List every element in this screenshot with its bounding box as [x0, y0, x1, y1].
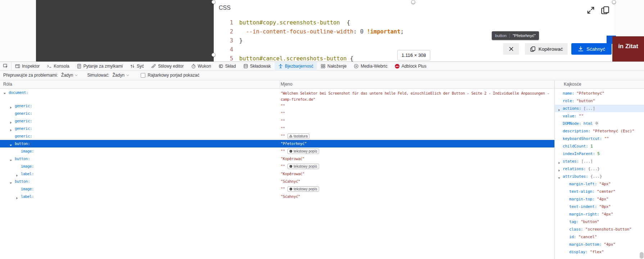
tree-row-document[interactable]: document:"Welchen Selektor bei Screensho…	[0, 89, 554, 102]
info-icon	[289, 187, 292, 191]
node-picker-button[interactable]	[0, 62, 12, 70]
property-row-indexInParent[interactable]: indexInParent: 5	[555, 150, 644, 158]
property-name: text-align:	[569, 189, 595, 194]
tab-memory[interactable]: Skład	[215, 62, 240, 70]
tab-style-editor[interactable]: Stilowy editor	[148, 62, 187, 70]
screenshot-cancel-button[interactable]	[503, 43, 519, 55]
tree-row-generic[interactable]: generic:""tastatura	[0, 132, 554, 140]
attribute-row-text-indent[interactable]: text-indent: "0px"	[555, 203, 644, 210]
simulate-label: Simulować:	[87, 73, 109, 78]
tab-order-checkbox[interactable]	[141, 73, 145, 78]
twisty-collapsed-icon[interactable]	[15, 195, 19, 199]
selection-handle-middle-left[interactable]	[212, 53, 216, 57]
tree-row-generic[interactable]: generic:""	[0, 110, 554, 117]
tab-debugger[interactable]: Pytanje za zmylkami	[73, 62, 126, 70]
chevron-down-icon	[126, 73, 130, 77]
attribute-row-margin-bottom[interactable]: margin-bottom: "4px"	[555, 241, 644, 248]
tab-storage[interactable]: Składowak	[240, 62, 275, 70]
debugger-icon	[77, 64, 82, 69]
property-row-description[interactable]: description: "Přetorhnyć (Esc)"	[555, 127, 644, 135]
simulate-select[interactable]: Žadyn	[111, 72, 131, 78]
property-row-actions[interactable]: actions: [...]	[555, 105, 644, 112]
property-name: role:	[563, 99, 574, 103]
node-settings-icon[interactable]	[595, 121, 599, 125]
tab-application[interactable]: Nałoženje	[317, 62, 350, 70]
tab-inspector[interactable]: Inspektor	[12, 62, 43, 70]
twisty-expanded-icon[interactable]	[557, 175, 561, 178]
property-row-name[interactable]: name: "Přetorhnyć"	[555, 90, 644, 97]
twisty-collapsed-icon[interactable]	[557, 107, 561, 110]
twisty-expanded-icon[interactable]	[9, 157, 13, 161]
attribute-row-id[interactable]: id: "cancel"	[555, 233, 644, 241]
property-row-childCount[interactable]: childCount: 1	[555, 142, 644, 150]
tree-row-name: ""tekstowy popis	[281, 163, 319, 170]
tree-row-name: "Kopěrować"	[281, 170, 304, 178]
twisty-collapsed-icon[interactable]	[9, 119, 13, 123]
tree-row-button[interactable]: button:"Přetorhnyć"	[0, 140, 554, 147]
tab-media[interactable]: Media-Webrtc	[350, 62, 391, 70]
twisty-collapsed-icon[interactable]	[557, 167, 561, 171]
screenshot-download-button[interactable]: Sćahnyć	[571, 43, 612, 55]
tree-row-button[interactable]: button:"Kopěrować"	[0, 155, 554, 163]
twisty-collapsed-icon[interactable]	[15, 172, 19, 176]
copy-code-icon[interactable]	[601, 6, 609, 15]
scrollbar-thumb[interactable]	[640, 252, 644, 259]
tree-row-button[interactable]: button:"Sćahnyć"	[0, 178, 554, 185]
tab-label: Pytanje za zmylkami	[83, 64, 123, 69]
tree-row-generic[interactable]: generic:""	[0, 102, 554, 110]
twisty-collapsed-icon[interactable]	[9, 104, 13, 108]
page-quote-button[interactable]: in Zitat	[612, 36, 644, 62]
attribute-row-text-align[interactable]: text-align: "center"	[555, 188, 644, 195]
property-row-role[interactable]: role: "button"	[555, 97, 644, 105]
tab-console[interactable]: Konsola	[43, 62, 73, 70]
attribute-row-margin-left[interactable]: margin-left: "4px"	[555, 180, 644, 188]
property-name: margin-left:	[569, 182, 597, 186]
tree-row-image[interactable]: image:""tekstowy popis	[0, 147, 554, 155]
property-row-value[interactable]: value: ""	[555, 112, 644, 120]
property-value: 1	[590, 144, 593, 149]
tab-label: Składowak	[250, 64, 271, 69]
twisty-collapsed-icon[interactable]	[9, 127, 13, 131]
tab-network[interactable]: Syć	[126, 62, 148, 70]
attribute-row-margin-top[interactable]: margin-top: "4px"	[555, 195, 644, 203]
tree-row-label[interactable]: label:"Sćahnyć"	[0, 193, 554, 200]
attribute-row-tag[interactable]: tag: "button"	[555, 218, 644, 226]
property-row-states[interactable]: states: [...]	[555, 158, 644, 165]
attribute-row-class[interactable]: class: "screenshots-button"	[555, 226, 644, 233]
sidebar-title: Kajkosće	[555, 80, 644, 89]
tab-accessibility[interactable]: Bjezbarjernosć	[275, 62, 317, 70]
twisty-collapsed-icon[interactable]	[557, 160, 561, 163]
screenshot-copy-button[interactable]: Kopěrować	[525, 43, 568, 55]
tab-order-label: Rajtarkowy porjad pokazać	[148, 73, 199, 78]
tree-row-generic[interactable]: generic:""	[0, 117, 554, 125]
tab-label: Adblock Plus	[402, 64, 426, 69]
tab-performance[interactable]: Wukon	[187, 62, 215, 70]
tab-adblock[interactable]: ABPAdblock Plus	[391, 62, 430, 70]
twisty-expanded-icon[interactable]	[3, 91, 6, 95]
issues-filter-value: Žadyn	[61, 73, 73, 78]
property-row-DOMNode[interactable]: DOMNode: html	[555, 120, 644, 127]
tree-row-image[interactable]: image:""tekstowy popis	[0, 163, 554, 170]
selection-handle-top-left[interactable]	[212, 0, 216, 4]
column-divider	[280, 80, 280, 89]
property-value: "flex"	[590, 250, 604, 254]
tree-row-label[interactable]: label:"Kopěrować"	[0, 170, 554, 178]
twisty-expanded-icon[interactable]	[9, 142, 13, 146]
selection-handle-top-center[interactable]	[411, 0, 415, 4]
expand-code-icon[interactable]	[586, 6, 595, 15]
twisty-expanded-icon[interactable]	[9, 180, 13, 183]
tree-row-generic[interactable]: generic:""	[0, 125, 554, 132]
property-name: actions:	[563, 106, 581, 111]
tree-row-image[interactable]: image:""tekstowy popis	[0, 185, 554, 193]
selection-handle-top-right[interactable]	[612, 0, 616, 4]
tab-label: Wukon	[198, 64, 211, 69]
property-row-relations[interactable]: relations: {...}	[555, 165, 644, 173]
property-row-attributes[interactable]: attributes: {...}	[555, 173, 644, 180]
line-number: 4	[214, 45, 233, 54]
attribute-row-display[interactable]: display: "flex"	[555, 248, 644, 256]
attribute-row-margin-right[interactable]: margin-right: "4px"	[555, 210, 644, 218]
issues-filter-select[interactable]: Žadyn	[59, 72, 80, 78]
inspector-icon	[15, 64, 20, 69]
property-row-keyboardShortcut[interactable]: keyboardShortcut: ""	[555, 135, 644, 142]
code-text: button#copy.screenshots-button {	[239, 18, 350, 27]
